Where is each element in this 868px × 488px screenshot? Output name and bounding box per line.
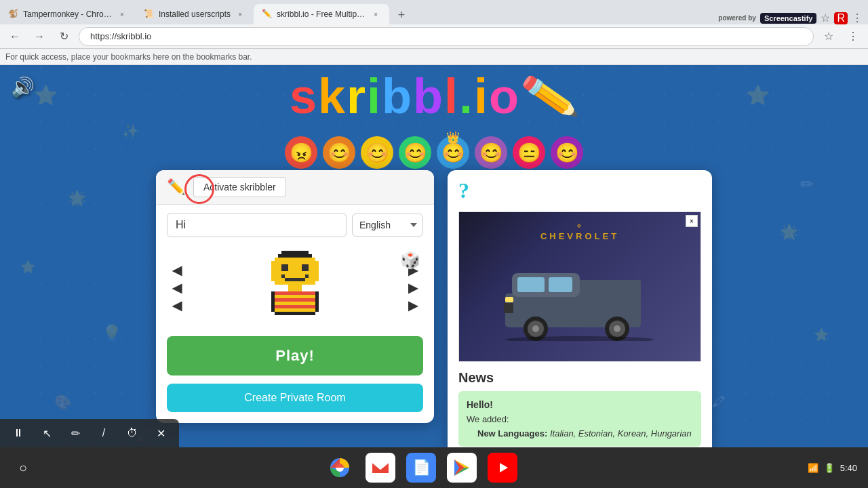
svg-rect-23 xyxy=(275,291,315,295)
news-title: News xyxy=(458,370,701,386)
network-icon: 📶 xyxy=(808,463,818,473)
chrome-star[interactable]: ☆ xyxy=(821,12,830,24)
avatar-arrow-left-top[interactable]: ◀ xyxy=(172,263,182,278)
tabs-bar: 🐒 Tampermonkey - Chrome Web... × 📜 Insta… xyxy=(0,0,868,24)
avatar-arrow-right-mid[interactable]: ▶ xyxy=(408,281,418,296)
sc-close-button[interactable]: ✕ xyxy=(151,423,171,443)
svg-rect-24 xyxy=(275,295,315,298)
svg-rect-13 xyxy=(278,254,312,258)
avatars-row: 😠 😊 😊 😊 👑😊 😊 😑 😊 xyxy=(0,136,868,169)
avatar-right-arrows: ▶ ▶ ▶ xyxy=(408,263,418,313)
svg-rect-18 xyxy=(302,264,309,271)
avatar-arrow-left-bot[interactable]: ◀ xyxy=(172,298,182,313)
svg-rect-30 xyxy=(315,291,319,312)
panel-pencil-icon: ✏️ xyxy=(167,178,185,196)
language-select[interactable]: English Italian Estonian Korean Hungaria… xyxy=(352,214,423,237)
logo-i2: i xyxy=(474,72,489,121)
name-input[interactable] xyxy=(167,213,347,237)
svg-rect-17 xyxy=(281,264,288,271)
chevrolet-brand: ⬦ xyxy=(576,220,583,230)
back-button[interactable]: ← xyxy=(5,27,24,46)
chrome-more[interactable]: ⋮ xyxy=(844,27,863,46)
svg-rect-20 xyxy=(281,274,285,278)
svg-rect-25 xyxy=(275,298,315,302)
taskbar-chrome[interactable] xyxy=(325,453,355,483)
tab-userscripts-close[interactable]: × xyxy=(235,9,245,20)
sc-pause-button[interactable]: ⏸ xyxy=(8,423,28,443)
sc-timer-button[interactable]: ⏱ xyxy=(122,423,142,443)
logo-k: k xyxy=(318,72,347,121)
tab-tampermonkey-close[interactable]: × xyxy=(117,9,127,20)
forward-button[interactable]: → xyxy=(30,27,49,46)
svg-rect-36 xyxy=(549,277,572,292)
question-mark-icon: ? xyxy=(458,178,469,203)
avatar-red: 😠 xyxy=(285,136,317,169)
logo-b2: b xyxy=(413,72,444,121)
taskbar-docs[interactable]: 📄 xyxy=(406,453,436,483)
sound-button[interactable]: 🔊 xyxy=(11,76,35,98)
screencastify-powered-by: powered by xyxy=(718,14,756,22)
new-tab-button[interactable]: + xyxy=(392,5,411,24)
svg-rect-27 xyxy=(275,305,315,308)
tab-skribbl-close[interactable]: × xyxy=(370,9,381,20)
sc-cursor-button[interactable]: ↖ xyxy=(37,423,57,443)
svg-rect-16 xyxy=(315,261,319,281)
refresh-button[interactable]: ↻ xyxy=(54,27,73,46)
main-content: 🔊 s k r i b b l . i o ✏️ 😠 😊 😊 😊 👑😊 😊 😑 … xyxy=(0,65,868,447)
news-section: News Hello! We added: New Languages: Ita… xyxy=(448,362,712,455)
screencastify-logo: Screencastify xyxy=(760,13,817,24)
bookmarks-hint: For quick access, place your bookmarks h… xyxy=(5,52,252,62)
taskbar-menu-button[interactable]: ○ xyxy=(11,455,35,480)
avatar-arrow-right-bot[interactable]: ▶ xyxy=(408,298,418,313)
dice-button[interactable]: 🎲 xyxy=(400,251,420,270)
skribbl-favicon: ✏️ xyxy=(262,9,273,20)
chrome-menu-1[interactable]: R xyxy=(834,12,848,24)
taskbar: ○ 📄 xyxy=(0,447,868,488)
sc-pen-button[interactable]: ✏ xyxy=(65,423,85,443)
news-body: We added: xyxy=(467,414,693,424)
svg-rect-28 xyxy=(275,308,315,312)
avatar-blue-crown: 👑😊 xyxy=(437,136,469,169)
chrome-menu-2[interactable]: ⋮ xyxy=(852,12,863,24)
tab-skribbl[interactable]: ✏️ skribbl.io - Free Multiplayer Dra... … xyxy=(254,4,389,24)
youtube-icon xyxy=(492,457,513,479)
avatar-yellow: 😊 xyxy=(361,136,393,169)
svg-rect-43 xyxy=(505,297,513,302)
bookmarks-bar: For quick access, place your bookmarks h… xyxy=(0,49,868,65)
news-languages-label: New Languages: xyxy=(477,428,547,439)
ad-close-button[interactable]: × xyxy=(686,215,698,227)
avatar-violet: 😊 xyxy=(551,136,583,169)
activate-skribbler-button[interactable]: Activate skribbler xyxy=(193,177,286,197)
svg-rect-34 xyxy=(580,280,641,297)
taskbar-apps: 📄 xyxy=(41,453,802,483)
userscripts-favicon: 📜 xyxy=(144,9,155,20)
logo-pencil-icon: ✏️ xyxy=(519,70,582,122)
news-content: Hello! We added: New Languages: Italian,… xyxy=(458,391,701,447)
bookmark-button[interactable]: ☆ xyxy=(819,27,838,46)
taskbar-left: ○ xyxy=(5,455,41,480)
svg-rect-35 xyxy=(517,277,545,292)
name-language-row: English Italian Estonian Korean Hungaria… xyxy=(156,205,434,243)
tab-userscripts[interactable]: 📜 Installed userscripts × xyxy=(136,4,254,24)
sc-line-button[interactable]: / xyxy=(94,423,114,443)
taskbar-playstore[interactable] xyxy=(447,453,477,483)
avatar-green: 😊 xyxy=(399,136,431,169)
taskbar-youtube[interactable] xyxy=(488,453,517,483)
avatar-orange: 😊 xyxy=(323,136,355,169)
taskbar-gmail[interactable] xyxy=(366,453,395,483)
avatar-arrow-left-mid[interactable]: ◀ xyxy=(172,281,182,296)
tampermonkey-favicon: 🐒 xyxy=(8,9,19,20)
avatar-pink: 😑 xyxy=(513,136,545,169)
left-panel: ✏️ Activate skribbler English Italian Es… xyxy=(156,170,434,423)
svg-rect-21 xyxy=(305,274,309,278)
play-button[interactable]: Play! xyxy=(167,336,423,375)
avatar-purple: 😊 xyxy=(475,136,507,169)
screencast-toolbar: ⏸ ↖ ✏ / ⏱ ✕ xyxy=(0,419,179,447)
avatar-left-arrows: ◀ ◀ ◀ xyxy=(172,263,182,313)
tab-tampermonkey[interactable]: 🐒 Tampermonkey - Chrome Web... × xyxy=(0,4,136,24)
playstore-icon xyxy=(451,457,473,479)
news-hello: Hello! xyxy=(467,399,693,410)
url-input[interactable]: https://skribbl.io xyxy=(79,27,814,46)
create-private-room-button[interactable]: Create Private Room xyxy=(167,384,423,412)
ad-image[interactable]: ⬦ CHEVROLET xyxy=(459,212,701,361)
